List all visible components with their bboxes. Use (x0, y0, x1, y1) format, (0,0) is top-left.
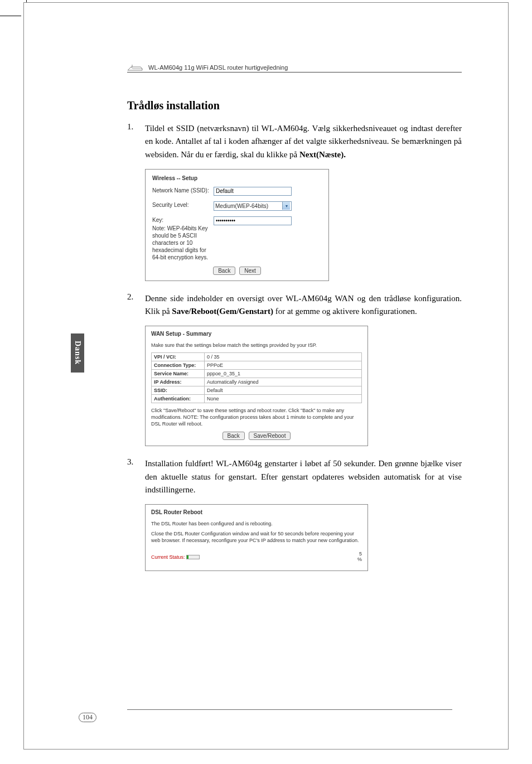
chevron-down-icon: ▾ (282, 202, 290, 210)
doc-title: WL-AM604g 11g WiFi ADSL router hurtigvej… (148, 64, 288, 71)
panel-subtitle: The DSL Router has been configured and i… (151, 521, 362, 526)
step-number: 3. (127, 457, 145, 496)
cell-key: SSID: (152, 386, 205, 395)
back-button[interactable]: Back (213, 267, 235, 275)
security-level-value: Medium(WEP-64bits) (215, 203, 268, 209)
panel-footnote: Click "Save/Reboot" to save these settin… (151, 408, 362, 427)
status-label: Current Status: (151, 554, 185, 560)
cell-key: Service Name: (152, 370, 205, 378)
step-text-bold: Save/Reboot(Gem/Genstart) (172, 307, 273, 316)
step-text: Installation fuldført! WL-AM604g genstar… (145, 457, 462, 496)
cell-key: VPI / VCI: (152, 353, 205, 361)
footer-rule (127, 709, 452, 710)
step-text: Denne side indeholder en oversigt over W… (145, 292, 462, 318)
status-percent: 5 % (357, 552, 362, 563)
panel-title: WAN Setup - Summary (151, 331, 362, 337)
panel-subtitle: Make sure that the settings below match … (151, 342, 362, 348)
reboot-message: Close the DSL Router Configuration windo… (151, 531, 362, 544)
key-label-text: Key: (152, 217, 163, 223)
percent-value: 5 (359, 551, 362, 557)
cell-val: pppoe_0_35_1 (205, 370, 362, 378)
language-tab: Dansk (71, 333, 84, 373)
save-reboot-button[interactable]: Save/Reboot (249, 432, 291, 440)
step-number: 1. (127, 122, 145, 161)
reboot-panel: DSL Router Reboot The DSL Router has bee… (145, 504, 368, 571)
progress-bar (186, 555, 200, 559)
table-row: Service Name:pppoe_0_35_1 (152, 370, 362, 378)
table-row: SSID:Default (152, 386, 362, 395)
next-button[interactable]: Next (239, 267, 261, 275)
cell-key: Connection Type: (152, 361, 205, 370)
page-number: 104 (79, 713, 96, 722)
cell-key: Authentication: (152, 395, 205, 403)
cell-val: 0 / 35 (205, 353, 362, 361)
security-level-label: Security Level: (152, 201, 214, 209)
progress-fill (187, 555, 189, 559)
step-text: Tildel et SSID (netværksnavn) til WL-AM6… (145, 122, 462, 161)
key-label: Key: Note: WEP-64bits Key should be 5 AS… (152, 216, 214, 261)
panel-title: DSL Router Reboot (151, 509, 362, 515)
panel-title: Wireless -- Setup (152, 175, 322, 181)
ssid-input[interactable] (214, 187, 292, 196)
section-title: Trådløs installation (127, 99, 462, 112)
ssid-label: Network Name (SSID): (152, 187, 214, 194)
back-button[interactable]: Back (223, 432, 245, 440)
step-1: 1. Tildel et SSID (netværksnavn) til WL-… (127, 122, 462, 161)
page-content: WL-AM604g 11g WiFi ADSL router hurtigvej… (127, 64, 462, 571)
step-number: 2. (127, 292, 145, 318)
summary-table: VPI / VCI:0 / 35 Connection Type:PPPoE S… (151, 352, 362, 403)
status-row: Current Status: 5 % (151, 552, 362, 563)
step-text-tail: for at gemme og aktivere konfigurationen… (273, 307, 417, 316)
crop-mark (0, 16, 21, 16)
wireless-setup-panel: Wireless -- Setup Network Name (SSID): S… (145, 169, 329, 281)
security-level-select[interactable]: Medium(WEP-64bits) ▾ (214, 201, 292, 211)
step-text-bold: Next(Næste). (299, 150, 346, 159)
table-row: IP Address:Automatically Assigned (152, 378, 362, 386)
key-note: Note: WEP-64bits Key should be 5 ASCII c… (152, 225, 214, 261)
wan-summary-panel: WAN Setup - Summary Make sure that the s… (145, 326, 368, 446)
cell-val: None (205, 395, 362, 403)
step-3: 3. Installation fuldført! WL-AM604g gens… (127, 457, 462, 496)
step-text-body: Installation fuldført! WL-AM604g genstar… (145, 459, 462, 494)
page-header: WL-AM604g 11g WiFi ADSL router hurtigvej… (127, 64, 462, 72)
step-2: 2. Denne side indeholder en oversigt ove… (127, 292, 462, 318)
router-icon (127, 64, 143, 71)
cell-val: PPPoE (205, 361, 362, 370)
key-input[interactable] (214, 216, 292, 225)
percent-symbol: % (357, 557, 362, 562)
table-row: Connection Type:PPPoE (152, 361, 362, 370)
cell-key: IP Address: (152, 378, 205, 386)
cell-val: Automatically Assigned (205, 378, 362, 386)
table-row: VPI / VCI:0 / 35 (152, 353, 362, 361)
page-frame: Dansk WL-AM604g 11g WiFi ADSL router hur… (23, 2, 509, 750)
table-row: Authentication:None (152, 395, 362, 403)
cell-val: Default (205, 386, 362, 395)
